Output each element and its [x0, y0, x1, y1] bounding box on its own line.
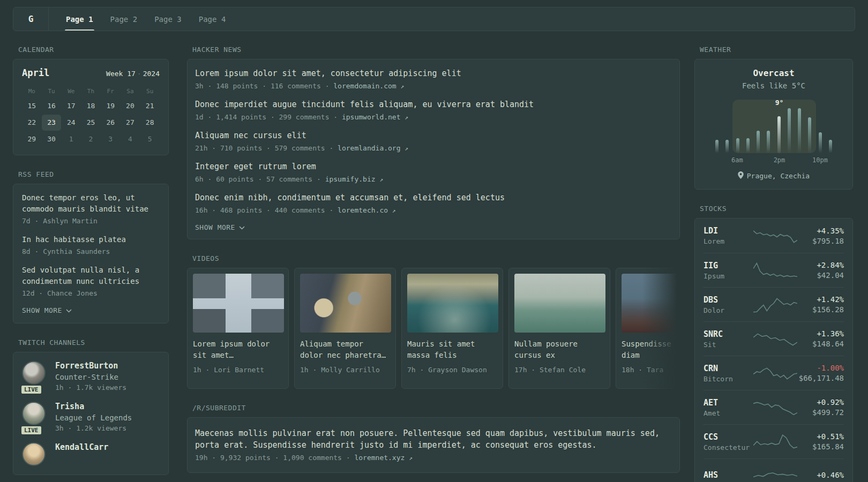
stock-symbol: CRN [704, 364, 753, 373]
twitch-channel-meta: 1h · 1.7k viewers [55, 383, 126, 391]
twitch-channel-row[interactable]: LIVE ForrestBurton Counter-Strike 1h · 1… [22, 361, 160, 391]
external-link-icon: ↗ [405, 145, 408, 152]
hn-item-domain[interactable]: loremlandia.org [338, 144, 400, 152]
stock-row[interactable]: AHS +0.46% [704, 458, 844, 482]
weather-hour-bar [736, 138, 739, 153]
twitch-channel-name[interactable]: Trisha [55, 402, 132, 411]
calendar-day[interactable]: 24 [61, 115, 81, 131]
calendar-day[interactable]: 19 [101, 98, 121, 114]
calendar-day[interactable]: 29 [22, 131, 42, 147]
calendar-day[interactable]: 30 [42, 131, 62, 147]
video-meta: 1h · Molly Carrillo [300, 366, 390, 374]
twitch-channel-row[interactable]: LIVE Trisha League of Legends 3h · 1.2k … [22, 402, 160, 432]
stock-value: $165.84 [798, 442, 844, 451]
stock-change: +2.84% [798, 261, 844, 269]
video-thumbnail [407, 274, 498, 333]
subreddit-post-title[interactable]: Maecenas mollis pulvinar erat non posuer… [195, 427, 672, 451]
video-title[interactable]: Mauris sit amet massa felis [407, 338, 497, 361]
hn-item-title[interactable]: Lorem ipsum dolor sit amet, consectetur … [195, 68, 672, 79]
stock-row[interactable]: CRNBitcorn -1.00%$66,171.48 [704, 356, 844, 390]
calendar-day[interactable]: 15 [22, 98, 42, 114]
stock-sparkline [753, 261, 798, 280]
calendar-day[interactable]: 3 [101, 131, 121, 147]
external-link-icon: ↗ [392, 207, 396, 214]
calendar-day[interactable]: 18 [81, 98, 101, 114]
stock-change: -1.00% [798, 364, 844, 372]
tab-page-2[interactable]: Page 2 [104, 7, 144, 31]
hn-item-title[interactable]: Aliquam nec cursus elit [195, 130, 672, 141]
stock-row[interactable]: SNRCSit +1.36%$148.64 [704, 321, 844, 356]
rss-item-title[interactable]: In hac habitasse platea [22, 234, 160, 245]
stock-value: $156.28 [798, 305, 844, 314]
external-link-icon: ↗ [401, 83, 405, 90]
stock-row[interactable]: DBSDolor +1.42%$156.28 [704, 287, 844, 321]
hn-item-domain[interactable]: loremtech.co [338, 206, 388, 214]
stock-value: $148.64 [798, 340, 844, 348]
hn-item-domain[interactable]: ipsumworld.net [342, 113, 401, 121]
twitch-channel-row[interactable]: KendallCarr [22, 442, 160, 466]
weather-feels-like: Feels like 5°C [704, 81, 844, 90]
weather-tick-label: 10pm [812, 156, 828, 164]
video-card[interactable]: Lorem ipsum dolor sit amet consectetu… 1… [187, 268, 289, 389]
calendar-day[interactable]: 5 [140, 131, 160, 147]
weather-hour-bar [746, 138, 750, 153]
calendar-day[interactable]: 23 [42, 115, 62, 131]
calendar-weekday: We [61, 86, 81, 97]
app-logo[interactable]: G [13, 7, 49, 31]
stock-row[interactable]: IIGIpsum +2.84%$42.04 [704, 253, 844, 287]
hn-item-title[interactable]: Integer eget rutrum lorem [195, 161, 672, 172]
calendar-day[interactable]: 22 [22, 115, 42, 131]
calendar-day[interactable]: 2 [81, 131, 101, 147]
subreddit-post-domain[interactable]: loremnet.xyz [354, 454, 405, 462]
calendar-day[interactable]: 1 [61, 131, 81, 147]
hn-item-meta: 1d · 1,414 points · 299 comments · ipsum… [195, 113, 672, 121]
rss-show-more-button[interactable]: SHOW MORE [22, 306, 160, 314]
stock-row[interactable]: AETAmet +0.92%$499.72 [704, 390, 844, 424]
rss-item-meta: 12d · Chance Jones [22, 289, 160, 297]
tab-page-4[interactable]: Page 4 [192, 7, 233, 31]
calendar-month: April [22, 67, 49, 78]
twitch-channel-name[interactable]: KendallCarr [55, 442, 108, 452]
video-title[interactable]: Aliquam tempor dolor nec pharetra… [300, 338, 390, 361]
calendar-day[interactable]: 16 [42, 98, 62, 114]
chevron-down-icon [239, 223, 245, 231]
hn-item-domain[interactable]: ipsumify.biz [325, 175, 376, 183]
calendar-day[interactable]: 21 [140, 98, 160, 114]
calendar-weekday: Fr [101, 86, 121, 97]
hn-item-title[interactable]: Donec enim nibh, condimentum et accumsan… [195, 192, 672, 204]
hn-show-more-button[interactable]: SHOW MORE [195, 223, 672, 231]
tab-page-3[interactable]: Page 3 [148, 7, 188, 31]
hn-item-title[interactable]: Donec imperdiet augue tincidunt felis al… [195, 99, 672, 110]
calendar-day[interactable]: 26 [101, 115, 121, 131]
video-card[interactable]: Aliquam tempor dolor nec pharetra… 1h · … [294, 268, 396, 389]
video-meta: 7h · Grayson Dawson [407, 366, 497, 374]
twitch-channel-name[interactable]: ForrestBurton [55, 361, 126, 371]
video-card[interactable]: Mauris sit amet massa felis 7h · Grayson… [401, 268, 503, 389]
rss-item-title[interactable]: Donec tempor eros leo, ut commodo mauris… [22, 192, 160, 215]
weather-tick-label: 2pm [774, 156, 785, 164]
external-link-icon: ↗ [409, 455, 413, 462]
calendar-day[interactable]: 25 [81, 115, 101, 131]
subreddit-widget: /R/SUBREDDIT Maecenas mollis pulvinar er… [187, 404, 680, 473]
calendar-day[interactable]: 17 [61, 98, 81, 114]
calendar-day[interactable]: 20 [121, 98, 140, 114]
video-title[interactable]: Lorem ipsum dolor sit amet consectetu… [193, 338, 283, 361]
video-thumbnail [193, 274, 284, 333]
stock-change: +0.92% [798, 398, 844, 406]
video-title[interactable]: Suspendisse diam [622, 338, 680, 361]
weather-hour-bar [829, 140, 832, 153]
calendar-weekday: Sa [121, 86, 140, 97]
stock-row[interactable]: LDILorem +4.35%$795.18 [704, 219, 844, 253]
video-title[interactable]: Nullam posuere cursus ex [514, 338, 604, 361]
calendar-day[interactable]: 4 [121, 131, 140, 147]
hn-item-domain[interactable]: loremdomain.com [333, 82, 396, 90]
video-card[interactable]: Suspendisse diam 18h · Tara [616, 268, 680, 389]
calendar-day[interactable]: 27 [121, 115, 140, 131]
tab-page-1[interactable]: Page 1 [59, 7, 100, 31]
rss-item-title[interactable]: Sed volutpat nulla nisl, a condimentum n… [22, 265, 160, 287]
stock-name: Lorem [704, 237, 753, 245]
video-card[interactable]: Nullam posuere cursus ex 17h · Stefan Co… [508, 268, 610, 389]
calendar-day[interactable]: 28 [140, 115, 160, 131]
stock-row[interactable]: CCSConsectetur +0.51%$165.84 [704, 424, 844, 458]
stocks-widget: STOCKS LDILorem +4.35%$795.18 IIGIpsum +… [694, 205, 853, 482]
